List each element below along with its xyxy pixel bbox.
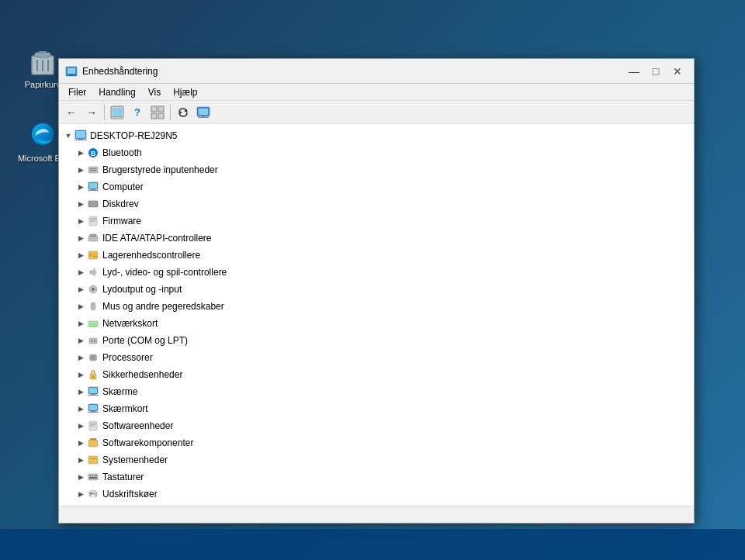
svg-rect-22: [198, 117, 209, 118]
svg-rect-62: [93, 326, 95, 327]
tree-item-input[interactable]: ▶ Brugerstyrede inputenheder: [59, 161, 694, 178]
menu-vis[interactable]: Vis: [142, 85, 167, 99]
svg-rect-86: [90, 423, 96, 423]
audio-icon: [87, 266, 99, 278]
svg-rect-23: [202, 116, 205, 117]
input-expand[interactable]: ▶: [74, 164, 87, 176]
svg-rect-14: [151, 106, 157, 112]
toolbar: ← → ?: [59, 101, 694, 124]
software-icon: [87, 420, 99, 432]
tree-item-ports[interactable]: ▶ Porte (COM og LPT): [59, 332, 694, 349]
tree-item-mouse[interactable]: ▶ Mus og andre pegeredskaber: [59, 298, 694, 315]
close-button[interactable]: ✕: [667, 63, 688, 80]
mouse-expand[interactable]: ▶: [74, 300, 87, 313]
network-expand[interactable]: ▶: [74, 317, 87, 330]
menu-filer[interactable]: Filer: [62, 85, 92, 99]
desktop: Papirkurv Microsoft E...: [0, 0, 745, 560]
tree-item-software[interactable]: ▶ Softwareenheder: [59, 417, 694, 434]
tree-item-computer[interactable]: ▶ Computer: [59, 178, 694, 195]
storage-label: Lagerenhedscontrollere: [102, 250, 200, 261]
firmware-expand[interactable]: ▶: [74, 215, 87, 227]
tree-item-bluetooth[interactable]: ▶ B Bluetooth: [59, 144, 694, 161]
tree-item-display[interactable]: ▶ Skærmkort: [59, 400, 694, 417]
minimize-button[interactable]: —: [624, 63, 644, 80]
tree-item-system[interactable]: ▶ Systemenheder: [59, 451, 694, 468]
computer-expand[interactable]: ▶: [74, 181, 87, 193]
tree-root[interactable]: ▼ DESKTOP-REJ29N5: [59, 127, 694, 144]
svg-rect-32: [92, 168, 94, 169]
computer-label: Computer: [102, 181, 144, 192]
svg-marker-52: [90, 268, 95, 276]
tree-item-ide[interactable]: ▶ IDE ATA/ATAPI-controllere: [59, 230, 694, 247]
keyboard-expand[interactable]: ▶: [74, 471, 87, 483]
bluetooth-expand[interactable]: ▶: [74, 147, 87, 159]
tree-item-keyboard[interactable]: ▶ Tastaturer: [59, 468, 694, 486]
svg-rect-17: [158, 113, 164, 119]
audio-io-expand[interactable]: ▶: [74, 283, 87, 296]
ports-label: Porte (COM og LPT): [102, 335, 188, 346]
svg-rect-2: [39, 51, 47, 54]
monitors-icon: [87, 385, 99, 398]
refresh-button[interactable]: [174, 103, 192, 122]
tree-item-cpu[interactable]: ▶ Processorer: [59, 349, 694, 366]
storage-icon: [87, 249, 99, 261]
display-expand[interactable]: ▶: [74, 403, 87, 415]
svg-rect-87: [90, 424, 96, 425]
svg-rect-37: [88, 190, 99, 191]
cpu-expand[interactable]: ▶: [74, 351, 87, 364]
help-button[interactable]: ?: [128, 103, 147, 122]
toolbar-separator-2: [170, 105, 171, 120]
tree-item-audio[interactable]: ▶ Lyd-, video- og spil-controllere: [59, 264, 694, 281]
ports-expand[interactable]: ▶: [74, 334, 87, 347]
system-label: Systemenheder: [102, 455, 168, 465]
printers-expand[interactable]: ▶: [74, 488, 87, 500]
storage-expand[interactable]: ▶: [74, 249, 87, 261]
tree-item-security[interactable]: ▶ Sikkerhedsenheder: [59, 366, 694, 383]
menu-handling[interactable]: Handling: [92, 85, 141, 99]
forward-button[interactable]: →: [82, 103, 101, 122]
back-button[interactable]: ←: [62, 103, 81, 122]
tree-item-firmware[interactable]: ▶ Firmware: [59, 213, 694, 230]
maximize-button[interactable]: □: [646, 63, 666, 80]
svg-rect-97: [96, 475, 97, 476]
window-icon: [65, 65, 78, 78]
mouse-icon: [87, 300, 99, 313]
computer-button[interactable]: [194, 103, 213, 122]
tree-item-software-comp[interactable]: ▶ Softwarekomponenter: [59, 434, 694, 451]
security-label: Sikkerhedsenheder: [102, 369, 182, 380]
svg-rect-82: [89, 405, 97, 410]
audio-expand[interactable]: ▶: [74, 266, 87, 278]
tree-item-audio-io[interactable]: ▶ Lydoutput og -input: [59, 281, 694, 298]
ide-expand[interactable]: ▶: [74, 232, 87, 244]
menu-bar: Filer Handling Vis Hjælp: [59, 84, 694, 101]
monitors-label: Skærme: [102, 386, 137, 397]
monitors-expand[interactable]: ▶: [74, 385, 87, 398]
root-label: DESKTOP-REJ29N5: [90, 130, 177, 141]
tree-item-storage[interactable]: ▶ Lagerenhedscontrollere: [59, 247, 694, 264]
properties-button[interactable]: [108, 103, 126, 122]
security-expand[interactable]: ▶: [74, 368, 87, 381]
tree-item-printers[interactable]: ▶ Udskriftskøer: [59, 486, 694, 503]
svg-rect-9: [67, 74, 76, 75]
firmware-icon: [87, 215, 99, 227]
cpu-icon: [87, 351, 99, 364]
svg-rect-83: [88, 412, 99, 413]
disk-expand[interactable]: ▶: [74, 198, 87, 210]
svg-text:B: B: [91, 150, 96, 157]
tree-item-monitors[interactable]: ▶ Skærme: [59, 383, 694, 400]
tree-item-disk[interactable]: ▶ Diskdrev: [59, 195, 694, 213]
software-comp-expand[interactable]: ▶: [74, 437, 87, 449]
system-expand[interactable]: ▶: [74, 454, 87, 466]
audio-io-label: Lydoutput og -input: [102, 284, 182, 295]
menu-hjaelp[interactable]: Hjælp: [167, 85, 203, 99]
tree-item-network[interactable]: ▶ Netværkskort: [59, 315, 694, 332]
software-expand[interactable]: ▶: [74, 420, 87, 432]
audio-label: Lyd-, video- og spil-controllere: [102, 267, 227, 278]
prop2-button[interactable]: [148, 103, 167, 122]
printers-icon: [87, 488, 99, 500]
system-icon: [87, 454, 99, 466]
svg-rect-15: [158, 106, 164, 112]
root-expand-icon[interactable]: ▼: [62, 130, 74, 142]
software-label: Softwareenheder: [102, 420, 173, 431]
device-tree[interactable]: ▼ DESKTOP-REJ29N5 ▶ B Bluetooth ▶ Bru: [59, 124, 694, 506]
